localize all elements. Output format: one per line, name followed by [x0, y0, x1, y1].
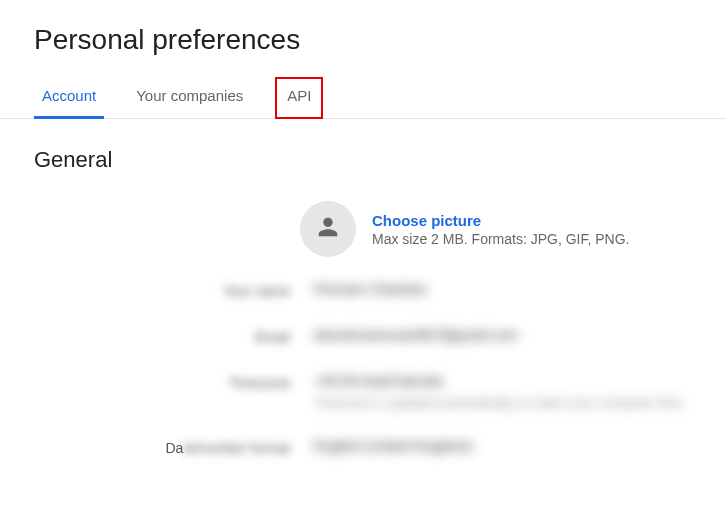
- tab-your-companies[interactable]: Your companies: [128, 77, 251, 119]
- value-email: dotunknownuser887@gmail.com: [314, 327, 518, 343]
- value-your-name: Poonam Chauhan: [314, 281, 427, 297]
- label-your-name: Your name: [34, 281, 314, 299]
- upload-hint: Max size 2 MB. Formats: JPG, GIF, PNG.: [372, 231, 630, 247]
- page-title: Personal preferences: [34, 24, 726, 56]
- row-email: Email dotunknownuser887@gmail.com: [34, 327, 726, 345]
- row-timezone: Timezone +05:30 Asia/Calcutta Timezone i…: [34, 373, 726, 410]
- value-timezone: +05:30 Asia/Calcutta Timezone is updated…: [314, 373, 682, 410]
- avatar[interactable]: [300, 201, 356, 257]
- form-rows: Your name Poonam Chauhan Email dotunknow…: [34, 281, 726, 456]
- tab-account[interactable]: Account: [34, 77, 104, 119]
- person-icon: [314, 213, 342, 245]
- timezone-sub: Timezone is updated automatically to mat…: [314, 395, 682, 410]
- label-date-format: Date/number format: [34, 438, 314, 456]
- label-timezone: Timezone: [34, 373, 314, 391]
- row-date-format: Date/number format English (United Kingd…: [34, 438, 726, 456]
- avatar-row: Choose picture Max size 2 MB. Formats: J…: [300, 201, 726, 257]
- label-email: Email: [34, 327, 314, 345]
- tab-api[interactable]: API: [275, 77, 323, 119]
- row-your-name: Your name Poonam Chauhan: [34, 281, 726, 299]
- choose-picture-link[interactable]: Choose picture: [372, 212, 630, 229]
- section-general: General: [34, 147, 726, 173]
- tabs: Account Your companies API: [0, 76, 726, 119]
- value-date-format: English (United Kingdom): [314, 438, 473, 454]
